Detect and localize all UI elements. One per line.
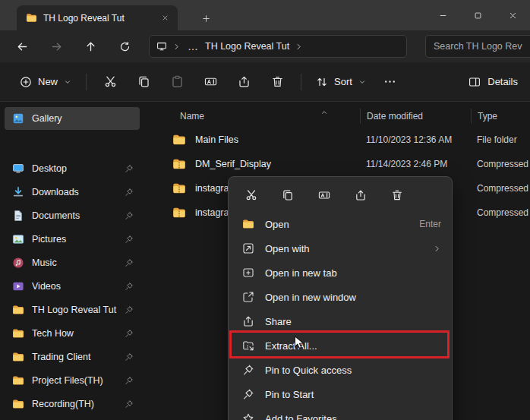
gallery-icon	[12, 112, 24, 125]
chevron-down-icon	[64, 78, 71, 86]
folder-icon	[12, 304, 24, 316]
sidebar-item-documents[interactable]: Documents	[5, 204, 140, 227]
file-row-main-files[interactable]: Main Files 11/10/2023 12:36 AM File fold…	[144, 128, 530, 152]
rename-button[interactable]	[196, 69, 225, 95]
chevron-right-icon[interactable]	[295, 43, 303, 51]
menu-item-pin-to-quick-access[interactable]: Pin to Quick access	[232, 358, 449, 382]
folder-icon	[12, 327, 24, 339]
pin-icon	[242, 388, 254, 400]
refresh-button[interactable]	[112, 34, 137, 58]
delete-button[interactable]	[263, 69, 292, 95]
breadcrumb-ellipsis[interactable]: …	[186, 40, 200, 52]
cut-icon[interactable]	[236, 184, 267, 207]
pin-icon	[125, 329, 134, 338]
menu-item-pin-to-start[interactable]: Pin to Start	[232, 382, 449, 406]
new-button[interactable]: New	[12, 71, 79, 93]
context-menu-icon-row	[232, 180, 449, 210]
copy-button[interactable]	[129, 69, 158, 95]
rename-icon[interactable]	[309, 184, 339, 207]
sidebar-item-project-files-th[interactable]: Project Files(TH)	[5, 369, 140, 392]
sidebar-item-trading-client[interactable]: Trading Client	[5, 346, 140, 368]
explorer-tab[interactable]: TH Logo Reveal Tut	[17, 5, 178, 30]
file-row-dm-serif-display[interactable]: DM_Serif_Display 11/14/2023 2:46 PM Comp…	[144, 152, 530, 176]
menu-item-label: Share	[265, 316, 441, 327]
sidebar-item-label: Tech How	[32, 328, 117, 339]
menu-item-open-with[interactable]: Open with	[232, 236, 449, 261]
context-menu: Open Enter Open with Open in new tab Ope…	[228, 176, 453, 420]
column-header-type[interactable]: Type	[471, 109, 530, 124]
forward-button[interactable]	[44, 34, 68, 58]
sidebar-item-music[interactable]: Music	[5, 251, 140, 274]
share-icon[interactable]	[345, 184, 376, 207]
sidebar-item-recording-th[interactable]: Recording(TH)	[5, 393, 140, 415]
up-button[interactable]	[78, 34, 103, 58]
folder-icon	[12, 351, 24, 363]
paste-button[interactable]	[162, 69, 191, 95]
menu-item-add-to-favorites[interactable]: Add to Favorites	[232, 406, 449, 420]
sidebar-item-th-logo-reveal-tut[interactable]: TH Logo Reveal Tut	[5, 298, 140, 321]
window-controls	[425, 0, 530, 30]
address-bar[interactable]: … TH Logo Reveal Tut	[149, 35, 407, 58]
sort-button[interactable]: Sort	[308, 71, 374, 93]
plus-circle-icon	[20, 76, 32, 88]
menu-item-open[interactable]: Open Enter	[232, 212, 449, 236]
details-icon	[468, 76, 481, 88]
titlebar: TH Logo Reveal Tut	[0, 0, 530, 30]
this-pc-icon[interactable]	[156, 41, 167, 52]
share-button[interactable]	[229, 69, 258, 95]
chevron-right-icon[interactable]	[172, 43, 181, 51]
sidebar-item-label: Downloads	[32, 187, 117, 197]
tab-title: TH Logo Reveal Tut	[43, 13, 152, 24]
sort-icon	[316, 76, 328, 88]
file-date-cell: 11/10/2023 12:36 AM	[360, 134, 471, 145]
sidebar-item-label: Gallery	[32, 113, 134, 124]
cut-button[interactable]	[96, 69, 125, 95]
menu-item-label: Pin to Quick access	[265, 365, 441, 376]
sidebar-item-label: Documents	[32, 210, 117, 221]
menu-item-label: Open with	[265, 243, 422, 254]
pictures-icon	[12, 233, 24, 245]
desktop-icon	[12, 163, 24, 175]
delete-icon[interactable]	[382, 184, 412, 207]
column-header-label: Name	[180, 111, 204, 122]
sidebar-item-pictures[interactable]: Pictures	[5, 228, 140, 251]
new-tab-button[interactable]	[196, 9, 216, 27]
close-button[interactable]	[495, 0, 530, 30]
pin-icon	[125, 305, 134, 314]
details-view-button[interactable]: Details	[468, 76, 518, 88]
sidebar-item-gallery[interactable]: Gallery	[5, 107, 140, 130]
pin-icon	[242, 364, 254, 376]
chevron-right-icon	[433, 245, 441, 253]
sidebar-item-tech-how[interactable]: Tech How	[5, 322, 140, 345]
copy-icon[interactable]	[273, 184, 303, 207]
menu-item-label: Open in new window	[265, 292, 441, 303]
sidebar-item-videos[interactable]: Videos	[5, 275, 140, 298]
toolbar-divider	[86, 74, 87, 90]
search-input[interactable]	[434, 41, 522, 52]
menu-item-extract-all[interactable]: Extract All...	[232, 333, 449, 358]
column-header-name[interactable]: Name	[144, 111, 360, 122]
sidebar-item-desktop[interactable]: Desktop	[5, 157, 140, 180]
maximize-button[interactable]	[460, 0, 495, 30]
menu-item-label: Open	[265, 219, 409, 230]
tab-close-icon[interactable]	[158, 11, 172, 25]
file-name: Main Files	[195, 134, 238, 145]
music-icon	[12, 257, 24, 269]
open-new-window-icon	[242, 291, 254, 303]
pin-icon	[125, 282, 134, 291]
menu-item-open-in-new-tab[interactable]: Open in new tab	[232, 261, 449, 285]
minimize-button[interactable]	[425, 0, 460, 30]
search-box[interactable]	[425, 35, 530, 58]
folder-icon	[172, 133, 186, 147]
more-options-button[interactable]	[376, 69, 405, 95]
sidebar-item-downloads[interactable]: Downloads	[5, 181, 140, 204]
breadcrumb-current-folder[interactable]: TH Logo Reveal Tut	[205, 41, 289, 52]
pin-icon	[125, 164, 134, 173]
menu-item-open-in-new-window[interactable]: Open in new window	[232, 285, 449, 309]
sidebar-item-label: Pictures	[32, 234, 117, 245]
menu-item-share[interactable]: Share	[232, 309, 449, 333]
menu-item-label: Pin to Start	[265, 389, 441, 400]
back-button[interactable]	[10, 34, 34, 58]
column-header-date-modified[interactable]: Date modified	[360, 109, 471, 124]
folder-icon	[242, 218, 254, 230]
